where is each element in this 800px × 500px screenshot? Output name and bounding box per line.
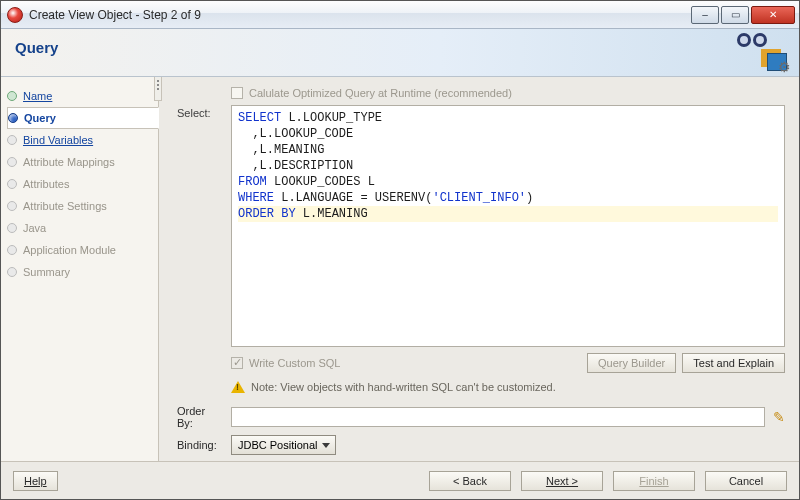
- cancel-button[interactable]: Cancel: [705, 471, 787, 491]
- next-button[interactable]: Next >: [521, 471, 603, 491]
- order-by-label: Order By:: [177, 405, 223, 429]
- page-title: Query: [15, 39, 785, 56]
- content-area: Name Query Bind Variables Attribute Mapp…: [1, 77, 799, 461]
- banner: Query ⚙: [1, 29, 799, 77]
- chevron-down-icon: [322, 443, 330, 448]
- gear-icon: ⚙: [778, 59, 791, 75]
- binding-select[interactable]: JDBC Positional: [231, 435, 336, 455]
- titlebar[interactable]: Create View Object - Step 2 of 9 – ▭ ✕: [1, 1, 799, 29]
- sql-editor[interactable]: SELECT L.LOOKUP_TYPE ,L.LOOKUP_CODE ,L.M…: [231, 105, 785, 347]
- write-custom-sql-checkbox: ✓: [231, 357, 243, 369]
- warning-icon: [231, 381, 245, 393]
- note-text: Note: View objects with hand-written SQL…: [251, 381, 556, 393]
- optimize-runtime-label: Calulate Optimized Query at Runtime (rec…: [249, 87, 512, 99]
- minimize-button[interactable]: –: [691, 6, 719, 24]
- binding-value: JDBC Positional: [238, 439, 317, 451]
- step-attributes: Attributes: [7, 173, 158, 195]
- query-builder-button: Query Builder: [587, 353, 676, 373]
- glasses-icon: [737, 33, 771, 51]
- finish-button: Finish: [613, 471, 695, 491]
- step-name[interactable]: Name: [7, 85, 158, 107]
- edit-order-by-icon[interactable]: ✎: [773, 409, 785, 425]
- test-explain-button[interactable]: Test and Explain: [682, 353, 785, 373]
- order-by-input[interactable]: [231, 407, 765, 427]
- customization-note: Note: View objects with hand-written SQL…: [231, 381, 785, 393]
- window-title: Create View Object - Step 2 of 9: [29, 8, 201, 22]
- wizard-steps: Name Query Bind Variables Attribute Mapp…: [1, 77, 158, 283]
- banner-illustration: ⚙: [737, 33, 787, 73]
- sidebar-resizer[interactable]: [154, 77, 162, 101]
- dialog-window: Create View Object - Step 2 of 9 – ▭ ✕ Q…: [0, 0, 800, 500]
- step-query[interactable]: Query: [7, 107, 159, 129]
- optimize-runtime-checkbox: [231, 87, 243, 99]
- step-application-module: Application Module: [7, 239, 158, 261]
- help-button[interactable]: Help: [13, 471, 58, 491]
- step-attribute-settings: Attribute Settings: [7, 195, 158, 217]
- select-label: Select:: [177, 105, 223, 347]
- close-button[interactable]: ✕: [751, 6, 795, 24]
- wizard-footer: Help < Back Next > Finish Cancel: [1, 461, 799, 499]
- write-custom-sql-label: Write Custom SQL: [249, 357, 341, 369]
- step-summary: Summary: [7, 261, 158, 283]
- step-bind-variables[interactable]: Bind Variables: [7, 129, 158, 151]
- back-button[interactable]: < Back: [429, 471, 511, 491]
- main-panel: Calulate Optimized Query at Runtime (rec…: [159, 77, 799, 461]
- wizard-sidebar: Name Query Bind Variables Attribute Mapp…: [1, 77, 159, 461]
- app-icon: [7, 7, 23, 23]
- binding-label: Binding:: [177, 439, 223, 451]
- maximize-button[interactable]: ▭: [721, 6, 749, 24]
- step-java: Java: [7, 217, 158, 239]
- step-attribute-mappings: Attribute Mappings: [7, 151, 158, 173]
